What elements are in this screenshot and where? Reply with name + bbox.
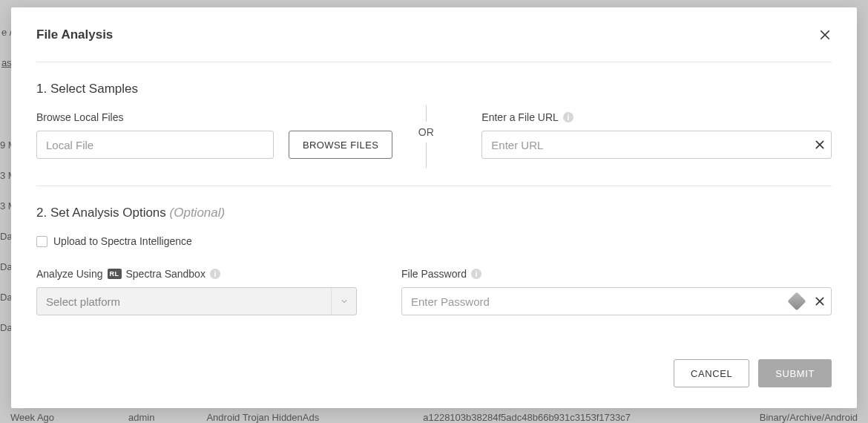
modal-header: File Analysis <box>36 7 832 62</box>
upload-checkbox-label: Upload to Spectra Intelligence <box>53 235 192 247</box>
or-label: OR <box>418 122 434 142</box>
file-url-label: Enter a File URL i <box>481 111 832 123</box>
local-files-label: Browse Local Files <box>36 111 392 123</box>
analyze-using-label: Analyze Using RL Spectra Sandbox i <box>36 268 357 280</box>
info-icon: i <box>471 269 481 279</box>
section2-title: 2. Set Analysis Options (Optional) <box>36 206 832 220</box>
modal-title: File Analysis <box>36 27 113 42</box>
browse-files-button[interactable]: BROWSE FILES <box>289 131 392 159</box>
rl-badge-icon: RL <box>108 269 122 279</box>
file-analysis-modal: File Analysis 1. Select Samples Browse L… <box>11 7 857 408</box>
chevron-down-icon <box>331 288 356 315</box>
file-password-group: File Password i <box>401 268 832 315</box>
analyze-using-group: Analyze Using RL Spectra Sandbox i Selec… <box>36 268 357 315</box>
or-separator: OR <box>392 105 459 159</box>
platform-select[interactable]: Select platform <box>36 287 357 315</box>
upload-checkbox-row[interactable]: Upload to Spectra Intelligence <box>36 235 832 247</box>
cancel-button[interactable]: CANCEL <box>674 359 749 387</box>
file-url-group: Enter a File URL i <box>481 111 832 159</box>
close-button[interactable] <box>818 28 832 42</box>
clear-password-button[interactable] <box>814 295 826 307</box>
close-icon <box>814 139 826 151</box>
modal-footer: CANCEL SUBMIT <box>36 341 832 408</box>
close-icon <box>818 28 832 42</box>
section1-title: 1. Select Samples <box>36 82 832 96</box>
close-icon <box>814 295 826 307</box>
bg-bottom-row: Week Ago admin Android Trojan HiddenAds … <box>0 412 868 423</box>
submit-button[interactable]: SUBMIT <box>758 359 832 387</box>
info-icon: i <box>210 269 220 279</box>
clear-url-button[interactable] <box>814 139 826 151</box>
file-password-label: File Password i <box>401 268 832 280</box>
local-files-group: Browse Local Files BROWSE FILES <box>36 111 392 159</box>
info-icon: i <box>563 112 573 122</box>
upload-checkbox[interactable] <box>36 236 47 247</box>
platform-select-placeholder: Select platform <box>46 295 331 308</box>
section-analysis-options: 2. Set Analysis Options (Optional) Uploa… <box>36 186 832 315</box>
section-select-samples: 1. Select Samples Browse Local Files BRO… <box>36 62 832 186</box>
file-url-input[interactable] <box>481 131 832 159</box>
file-password-input[interactable] <box>401 287 832 315</box>
local-file-input[interactable] <box>36 131 274 159</box>
